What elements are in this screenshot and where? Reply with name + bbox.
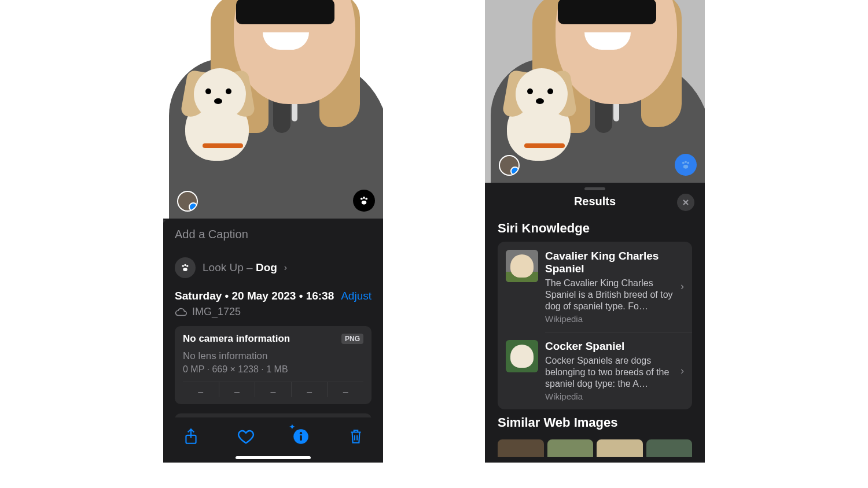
svg-point-1 [363,197,365,199]
lookup-row[interactable]: ✦ Look Up – Dog › [163,252,383,287]
photo-area[interactable] [163,0,383,219]
svg-point-6 [186,265,188,267]
results-panel: Results Siri Knowledge Cavalier King Cha… [485,183,705,463]
chevron-right-icon: › [284,263,287,273]
file-name: IMG_1725 [192,306,241,318]
lookup-label: Look Up – Dog [203,261,277,274]
exif-cell: – [328,382,363,397]
dog-illustration [174,68,260,167]
favorite-button[interactable] [233,423,259,450]
file-row: IMG_1725 [163,302,383,326]
svg-point-14 [687,161,689,164]
sheet-grabber[interactable] [584,187,605,190]
exif-cell: – [219,382,256,397]
svg-point-13 [685,161,687,163]
photo-area[interactable] [485,0,705,183]
result-description: The Cavalier King Charles Spaniel is a B… [545,278,674,312]
similar-images-strip[interactable] [498,439,692,457]
result-description: Cocker Spaniels are dogs belonging to tw… [545,355,674,390]
chevron-right-icon: › [681,365,684,377]
result-thumbnail [506,250,538,282]
photo-date: Saturday • 20 May 2023 • 16:38 [175,290,334,302]
result-thumbnail [506,340,538,372]
results-title: Results [574,195,616,208]
paw-icon [680,159,692,171]
result-item[interactable]: Cocker Spaniel Cocker Spaniels are dogs … [498,332,692,409]
format-badge: PNG [341,334,363,344]
info-button[interactable]: ✦ [288,423,314,450]
photo-content [485,0,705,183]
svg-rect-11 [300,435,302,441]
svg-point-0 [361,198,363,200]
svg-point-2 [365,198,367,200]
similar-image-thumb[interactable] [597,439,643,457]
paw-icon [358,195,370,206]
adjust-button[interactable]: Adjust [341,290,372,302]
detected-face-badge[interactable] [177,191,198,212]
phone-left: Add a Caption ✦ Look Up – Dog › Saturday… [163,0,383,463]
toolbar: ✦ [163,417,383,463]
info-panel: Add a Caption ✦ Look Up – Dog › Saturday… [163,219,383,463]
svg-point-3 [362,201,366,205]
dog-illustration [495,68,582,167]
sparkle-icon: ✦ [163,216,167,225]
chevron-right-icon: › [681,280,684,293]
results-header: Results [485,193,705,215]
result-title: Cavalier King Charles Spaniel [545,250,674,276]
visual-lookup-badge-active[interactable] [675,154,697,176]
exif-row: – – – – – [183,382,363,397]
svg-point-4 [182,265,184,267]
result-source: Wikipedia [545,391,674,401]
home-indicator[interactable] [236,456,311,459]
siri-knowledge-title: Siri Knowledge [485,215,705,242]
svg-point-10 [299,432,301,434]
camera-info-card: No camera information PNG No lens inform… [175,326,372,404]
svg-point-7 [183,268,187,271]
svg-point-5 [184,264,186,266]
similar-image-thumb[interactable] [646,439,693,457]
similar-image-thumb[interactable] [498,439,544,457]
close-button[interactable] [677,194,694,211]
trash-icon [348,428,363,445]
similar-images-title: Similar Web Images [485,409,705,436]
share-icon [183,428,198,445]
delete-button[interactable] [343,423,369,450]
close-icon [682,199,689,206]
detected-face-badge[interactable] [499,155,520,176]
exif-cell: – [292,382,328,397]
exif-cell: – [183,382,219,397]
svg-point-12 [682,161,685,164]
paw-icon [180,263,190,273]
lookup-paw-circle [175,257,196,278]
result-item[interactable]: Cavalier King Charles Spaniel The Cavali… [498,242,692,332]
exif-cell: – [255,382,292,397]
phone-right: Results Siri Knowledge Cavalier King Cha… [485,0,705,463]
lens-info: No lens information [183,350,363,362]
cloud-icon [175,307,187,317]
dimensions-info: 0 MP · 669 × 1238 · 1 MB [183,364,363,375]
date-row: Saturday • 20 May 2023 • 16:38 Adjust [163,287,383,302]
caption-field[interactable]: Add a Caption [163,219,383,252]
svg-point-15 [683,165,688,169]
siri-results-card: Cavalier King Charles Spaniel The Cavali… [498,242,692,409]
result-source: Wikipedia [545,314,674,324]
heart-icon [237,428,255,445]
share-button[interactable] [178,423,204,450]
photo-content [163,0,383,219]
visual-lookup-badge[interactable] [353,190,375,212]
camera-info-heading: No camera information [183,333,290,345]
similar-image-thumb[interactable] [547,439,594,457]
result-title: Cocker Spaniel [545,340,674,353]
